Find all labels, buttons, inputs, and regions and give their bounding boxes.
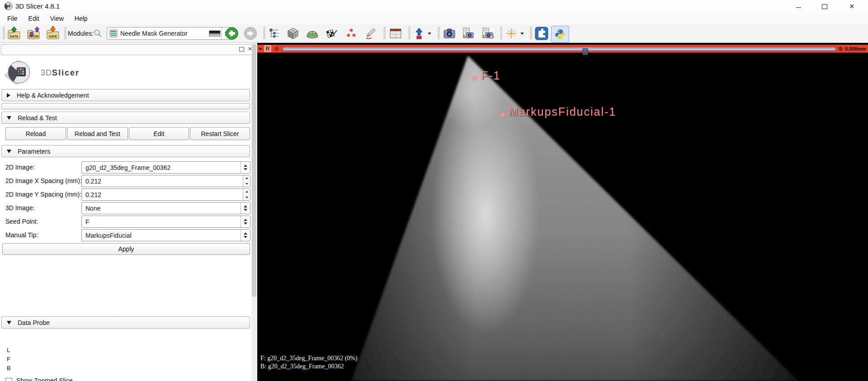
manual-tip-label: Manual Tip: bbox=[5, 229, 38, 241]
scene-capture-icon bbox=[462, 28, 475, 39]
module-back-button[interactable] bbox=[225, 24, 239, 42]
transforms-module-button[interactable] bbox=[326, 24, 339, 42]
seed-point-label: Seed Point: bbox=[5, 216, 38, 228]
section-reload-test[interactable]: Reload & Test bbox=[1, 112, 250, 124]
menu-file[interactable]: File bbox=[2, 15, 23, 22]
spinbox-arrows[interactable] bbox=[243, 189, 250, 200]
data-module-button[interactable] bbox=[286, 24, 300, 42]
panel-scrollbar[interactable] bbox=[251, 43, 257, 381]
fiducial-point-markupsfiducial1[interactable] bbox=[500, 113, 505, 117]
toolbar-grip[interactable] bbox=[530, 27, 532, 40]
collapse-arrow-icon bbox=[7, 150, 11, 153]
reload-and-test-button[interactable]: Reload and Test bbox=[67, 127, 128, 140]
restart-slicer-button[interactable]: Restart Slicer bbox=[190, 127, 250, 140]
seed-point-combobox[interactable]: F bbox=[81, 216, 250, 228]
probe-axis-l: L bbox=[7, 347, 10, 353]
section-data-probe[interactable]: Data Probe bbox=[1, 316, 250, 329]
subject-hierarchy-button[interactable] bbox=[268, 24, 281, 42]
crosshair-dropdown[interactable] bbox=[519, 24, 525, 42]
screenshot-button[interactable] bbox=[442, 24, 457, 42]
section-parameters[interactable]: Parameters bbox=[1, 145, 250, 157]
import-dicom-button[interactable]: DICOM bbox=[26, 24, 41, 42]
module-search-button[interactable] bbox=[93, 24, 103, 42]
modules-label: Modules: bbox=[68, 30, 94, 37]
edit-button[interactable]: Edit bbox=[129, 127, 189, 140]
pencil-icon bbox=[364, 28, 376, 39]
python-console-button[interactable] bbox=[551, 26, 569, 42]
python-icon bbox=[554, 28, 566, 40]
y-spacing-spinbox[interactable]: 0.212 bbox=[81, 188, 250, 201]
toolbar-grip[interactable] bbox=[438, 27, 440, 40]
2d-image-label: 2D Image: bbox=[5, 161, 35, 174]
menu-view[interactable]: View bbox=[45, 15, 69, 22]
scene-view-restore-button[interactable] bbox=[480, 24, 495, 42]
pin-icon[interactable] bbox=[259, 48, 262, 50]
show-zoomed-slice-checkbox[interactable] bbox=[5, 378, 12, 381]
spinbox-arrows[interactable] bbox=[243, 175, 250, 187]
annotations-module-button[interactable] bbox=[363, 24, 377, 42]
svg-text:DICOM: DICOM bbox=[28, 35, 38, 38]
minimize-button[interactable] bbox=[788, 0, 809, 13]
apply-button[interactable]: Apply bbox=[2, 243, 250, 255]
toolbar-grip[interactable] bbox=[64, 27, 66, 40]
slicer-logo-text: 3DSlicer bbox=[41, 68, 80, 78]
menu-edit[interactable]: Edit bbox=[23, 15, 45, 22]
svg-text:SAVE: SAVE bbox=[49, 35, 57, 38]
corner-annotation-background: B: g20_d2_35deg_Frame_00362 bbox=[260, 363, 344, 370]
interaction-mode-dropdown[interactable] bbox=[426, 24, 433, 42]
combo-spin-arrows[interactable] bbox=[241, 162, 250, 173]
main-toolbar: DATA DICOM SAVE Modules: bbox=[0, 24, 868, 43]
combo-spin-arrows[interactable] bbox=[241, 216, 250, 227]
load-data-folder-icon: DATA bbox=[7, 26, 21, 41]
slice-view-menu-button[interactable]: R bbox=[264, 45, 271, 52]
transform-arrow-icon bbox=[414, 28, 424, 39]
svg-text:DATA: DATA bbox=[10, 35, 18, 38]
save-folder-icon: SAVE bbox=[46, 26, 60, 41]
3d-image-combobox[interactable]: None bbox=[81, 202, 250, 214]
volumes-module-button[interactable] bbox=[305, 24, 320, 42]
toolbar-grip[interactable] bbox=[383, 27, 386, 40]
close-button[interactable]: ✕ bbox=[841, 0, 862, 13]
module-panel: ✕ 3DSlicer Help & bbox=[0, 43, 257, 381]
window-title: 3D Slicer 4.8.1 bbox=[15, 2, 60, 10]
section-help-acknowledgement[interactable]: Help & Acknowledgement bbox=[1, 89, 250, 101]
probe-axis-f: F bbox=[7, 356, 10, 362]
markups-module-button[interactable] bbox=[344, 24, 358, 42]
reload-button[interactable]: Reload bbox=[5, 127, 66, 140]
load-data-button[interactable]: DATA bbox=[6, 24, 22, 42]
slice-offset-slider[interactable] bbox=[283, 47, 836, 51]
crosshair-icon bbox=[505, 28, 517, 39]
fiducial-placement-icon[interactable] bbox=[274, 46, 280, 52]
corner-annotation-foreground: F: g20_d2_35deg_Frame_00362 (0%) bbox=[260, 355, 358, 362]
layout-selector-button[interactable] bbox=[388, 24, 403, 42]
2d-image-combobox[interactable]: g20_d2_35deg_Frame_00362 bbox=[81, 161, 250, 174]
extensions-manager-button[interactable] bbox=[533, 24, 550, 42]
scrollbar-thumb[interactable] bbox=[252, 44, 256, 297]
menu-help[interactable]: Help bbox=[69, 15, 93, 22]
ultrasound-image bbox=[257, 43, 868, 381]
extensions-icon bbox=[535, 27, 548, 40]
dock-float-button[interactable] bbox=[239, 47, 244, 52]
toolbar-grip[interactable] bbox=[3, 27, 5, 40]
cube-icon bbox=[287, 27, 299, 40]
manual-tip-combobox[interactable]: MarkupsFiducial bbox=[81, 229, 250, 241]
maximize-button[interactable] bbox=[814, 0, 835, 13]
slice-offset-slider-handle[interactable] bbox=[582, 48, 588, 55]
collapse-arrow-icon bbox=[7, 321, 11, 325]
interaction-mode-button[interactable] bbox=[413, 24, 425, 42]
combo-spin-arrows[interactable] bbox=[241, 230, 250, 241]
toolbar-grip[interactable] bbox=[500, 27, 502, 40]
module-next-button[interactable] bbox=[243, 24, 258, 42]
scene-view-capture-button[interactable] bbox=[461, 24, 476, 42]
toolbar-grip[interactable] bbox=[263, 27, 265, 40]
crosshair-button[interactable] bbox=[504, 24, 519, 42]
module-history-button[interactable] bbox=[208, 24, 222, 42]
toolbar-grip[interactable] bbox=[408, 27, 410, 40]
fiducial-point-f1[interactable] bbox=[473, 76, 477, 80]
x-spacing-spinbox[interactable]: 0.212 bbox=[81, 175, 250, 187]
minimize-icon bbox=[796, 7, 801, 8]
save-button[interactable]: SAVE bbox=[45, 24, 61, 42]
module-icon bbox=[109, 29, 118, 38]
back-arrow-icon bbox=[225, 27, 239, 40]
combo-spin-arrows[interactable] bbox=[241, 202, 250, 214]
